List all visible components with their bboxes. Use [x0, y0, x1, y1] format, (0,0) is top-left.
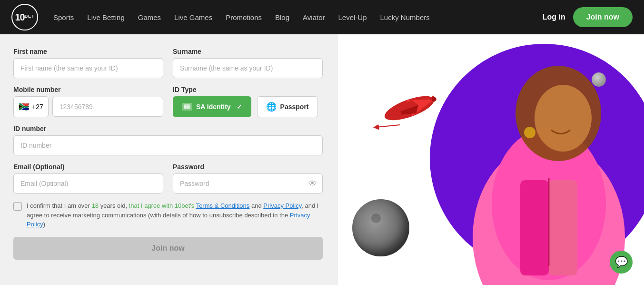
- nav-aviator[interactable]: Aviator: [303, 13, 325, 21]
- terms-text-1: I confirm that I am over: [27, 202, 92, 209]
- mobile-input-row: 🇿🇦 +27: [13, 96, 163, 117]
- login-button[interactable]: Log in: [543, 13, 565, 21]
- join-now-button-submit[interactable]: Join now: [13, 237, 323, 260]
- nav-level-up[interactable]: Level-Up: [338, 13, 367, 21]
- mobile-input[interactable]: [52, 97, 163, 117]
- svg-point-1: [184, 106, 186, 108]
- svg-rect-3: [187, 107, 188, 108]
- hero-section: [338, 34, 644, 285]
- id-card-icon: [182, 103, 192, 111]
- svg-point-19: [524, 127, 535, 138]
- first-name-input[interactable]: [13, 58, 163, 78]
- nav-sports[interactable]: Sports: [53, 13, 74, 21]
- globe-icon: 🌐: [266, 102, 277, 112]
- email-group: Email (Optional): [13, 163, 163, 193]
- mobile-idtype-row: Mobile number 🇿🇦 +27 ID Type: [13, 86, 323, 117]
- name-row: First name Surname: [13, 48, 323, 78]
- terms-checkbox[interactable]: [13, 202, 22, 211]
- id-type-group: ID Type SA Identity ✓: [173, 86, 323, 117]
- logo[interactable]: 10 BET: [11, 4, 38, 31]
- hero-person: [454, 37, 644, 285]
- nav-games[interactable]: Games: [138, 13, 161, 21]
- id-number-label: ID number: [13, 125, 323, 132]
- nav-promotions[interactable]: Promotions: [226, 13, 262, 21]
- id-number-input[interactable]: [13, 135, 323, 155]
- password-wrapper: 👁: [173, 173, 323, 193]
- svg-line-11: [376, 125, 400, 127]
- terms-text-2: years old,: [99, 202, 129, 209]
- privacy-policy-link[interactable]: Privacy Policy: [263, 202, 301, 209]
- first-name-label: First name: [13, 48, 163, 55]
- flag-icon: 🇿🇦: [19, 102, 29, 112]
- chat-icon: 💬: [615, 256, 628, 268]
- id-number-group: ID number: [13, 125, 323, 155]
- email-input[interactable]: [13, 173, 163, 193]
- main-content: First name Surname Mobile number 🇿🇦 +27: [0, 34, 644, 285]
- checkmark-icon: ✓: [237, 103, 242, 111]
- email-password-row: Email (Optional) Password 👁: [13, 163, 323, 193]
- password-label: Password: [173, 163, 323, 171]
- nav-live-betting[interactable]: Live Betting: [87, 13, 124, 21]
- sa-identity-button[interactable]: SA Identity ✓: [173, 96, 251, 117]
- nav-live-games[interactable]: Live Games: [174, 13, 212, 21]
- terms-text-4: ): [43, 221, 45, 228]
- email-label: Email (Optional): [13, 163, 163, 171]
- id-type-label: ID Type: [173, 86, 323, 93]
- password-toggle-icon[interactable]: 👁: [308, 179, 317, 189]
- country-code: +27: [32, 103, 43, 111]
- passport-label: Passport: [280, 103, 309, 111]
- nav-lucky-numbers[interactable]: Lucky Numbers: [380, 13, 430, 21]
- svg-point-16: [535, 85, 592, 152]
- surname-label: Surname: [173, 48, 323, 55]
- terms-conditions-link[interactable]: Terms & Conditions: [196, 202, 250, 209]
- terms-agree: that I agree with 10bet's: [129, 202, 196, 209]
- join-now-button-header[interactable]: Join now: [573, 7, 633, 27]
- password-input[interactable]: [173, 173, 323, 193]
- surname-input[interactable]: [173, 58, 323, 78]
- id-type-buttons: SA Identity ✓ 🌐 Passport: [173, 96, 323, 117]
- terms-age: 18: [92, 202, 99, 209]
- svg-rect-2: [187, 106, 189, 107]
- passport-button[interactable]: 🌐 Passport: [257, 96, 318, 117]
- svg-rect-17: [520, 180, 549, 275]
- header-actions: Log in Join now: [543, 7, 633, 27]
- registration-form-section: First name Surname Mobile number 🇿🇦 +27: [0, 34, 338, 285]
- first-name-group: First name: [13, 48, 163, 78]
- password-group: Password 👁: [173, 163, 323, 193]
- main-nav: Sports Live Betting Games Live Games Pro…: [53, 13, 543, 21]
- svg-rect-18: [549, 180, 577, 275]
- country-code-selector[interactable]: 🇿🇦 +27: [13, 96, 49, 117]
- moon-decoration: [352, 199, 409, 256]
- terms-and: and: [249, 202, 263, 209]
- id-number-row: ID number: [13, 125, 323, 155]
- sa-identity-label: SA Identity: [196, 103, 231, 111]
- terms-row: I confirm that I am over 18 years old, t…: [13, 201, 323, 229]
- nav-blog[interactable]: Blog: [275, 13, 289, 21]
- chat-button[interactable]: 💬: [610, 251, 633, 274]
- surname-group: Surname: [173, 48, 323, 78]
- mobile-group: Mobile number 🇿🇦 +27: [13, 86, 163, 117]
- header: 10 BET Sports Live Betting Games Live Ga…: [0, 0, 644, 34]
- plane-decoration: [362, 72, 457, 144]
- mobile-label: Mobile number: [13, 86, 163, 93]
- terms-text: I confirm that I am over 18 years old, t…: [27, 201, 323, 229]
